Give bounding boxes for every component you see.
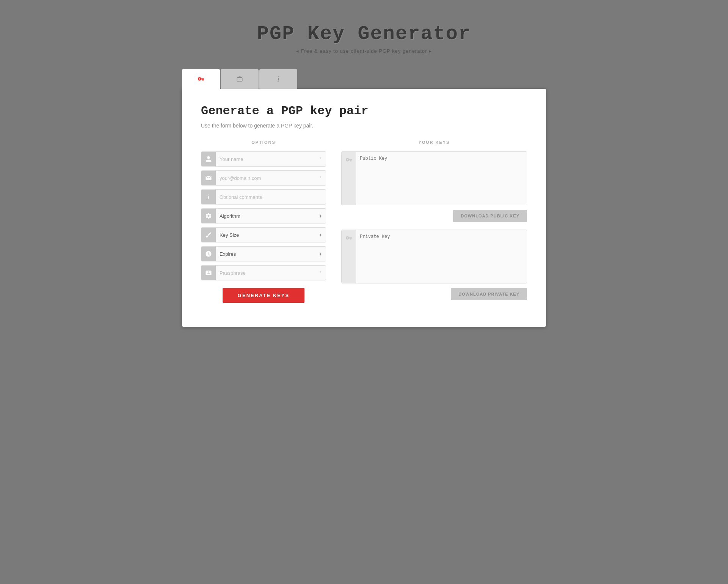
algorithm-icon bbox=[201, 209, 216, 223]
algorithm-field-group: Algorithm RSA DSA ECDSA ⬍ bbox=[201, 208, 326, 224]
panel-description: Use the form below to generate a PGP key… bbox=[201, 123, 527, 129]
key-icon bbox=[198, 76, 204, 82]
page-subtitle: Free & easy to use client-side PGP key g… bbox=[257, 48, 471, 54]
tab-keygen[interactable] bbox=[182, 69, 220, 89]
tab-info[interactable]: i bbox=[259, 69, 297, 89]
public-key-icon bbox=[342, 152, 356, 205]
expires-field-group: Expires Never 1 year 2 years ⬍ bbox=[201, 246, 326, 261]
public-key-box bbox=[341, 151, 527, 205]
generate-keys-button[interactable]: GENERATE KEYS bbox=[223, 288, 304, 303]
keysize-icon bbox=[201, 228, 216, 242]
tab-bar: i bbox=[182, 69, 546, 89]
keysize-select[interactable]: Key Size 1024 2048 4096 bbox=[216, 228, 315, 242]
name-field-group: * bbox=[201, 151, 326, 167]
keysize-select-arrows: ⬍ bbox=[315, 228, 326, 242]
passphrase-input[interactable] bbox=[216, 266, 315, 280]
expires-icon bbox=[201, 247, 216, 261]
private-key-icon bbox=[342, 230, 356, 283]
app-container: i Generate a PGP key pair Use the form b… bbox=[182, 69, 546, 327]
passphrase-required-marker: * bbox=[315, 266, 326, 280]
algorithm-select-arrows: ⬍ bbox=[315, 209, 326, 223]
main-panel: Generate a PGP key pair Use the form bel… bbox=[182, 89, 546, 327]
passphrase-icon bbox=[201, 266, 216, 280]
comment-icon: i bbox=[201, 190, 216, 204]
algorithm-select[interactable]: Algorithm RSA DSA ECDSA bbox=[216, 209, 315, 223]
keys-label: YOUR KEYS bbox=[341, 140, 527, 145]
private-key-box bbox=[341, 230, 527, 283]
passphrase-field-group: * bbox=[201, 265, 326, 280]
private-key-textarea[interactable] bbox=[356, 230, 527, 283]
options-column: OPTIONS * bbox=[201, 140, 326, 308]
tab-keystore[interactable] bbox=[221, 69, 259, 89]
form-columns: OPTIONS * bbox=[201, 140, 527, 308]
keys-column: YOUR KEYS DOWNLOAD PUBLIC KEY bbox=[341, 140, 527, 308]
name-required-marker: * bbox=[315, 152, 326, 166]
download-private-key-button[interactable]: DOWNLOAD PRIVATE KEY bbox=[451, 288, 527, 300]
page-title: PGP Key Generator bbox=[257, 23, 471, 45]
person-icon bbox=[201, 152, 216, 166]
expires-select[interactable]: Expires Never 1 year 2 years bbox=[216, 247, 315, 261]
public-key-textarea[interactable] bbox=[356, 152, 527, 205]
email-field-group: * bbox=[201, 170, 326, 186]
download-public-key-button[interactable]: DOWNLOAD PUBLIC KEY bbox=[453, 210, 527, 222]
email-input[interactable] bbox=[216, 171, 315, 185]
options-label: OPTIONS bbox=[201, 140, 326, 145]
expires-select-arrows: ⬍ bbox=[315, 247, 326, 261]
comment-input[interactable] bbox=[216, 190, 326, 204]
name-input[interactable] bbox=[216, 152, 315, 166]
comment-field-group: i bbox=[201, 189, 326, 205]
panel-title: Generate a PGP key pair bbox=[201, 104, 527, 118]
keysize-field-group: Key Size 1024 2048 4096 ⬍ bbox=[201, 227, 326, 242]
info-icon: i bbox=[277, 74, 279, 84]
email-icon bbox=[201, 171, 216, 185]
page-header: PGP Key Generator Free & easy to use cli… bbox=[257, 23, 471, 54]
briefcase-icon bbox=[236, 76, 243, 82]
email-required-marker: * bbox=[315, 171, 326, 185]
